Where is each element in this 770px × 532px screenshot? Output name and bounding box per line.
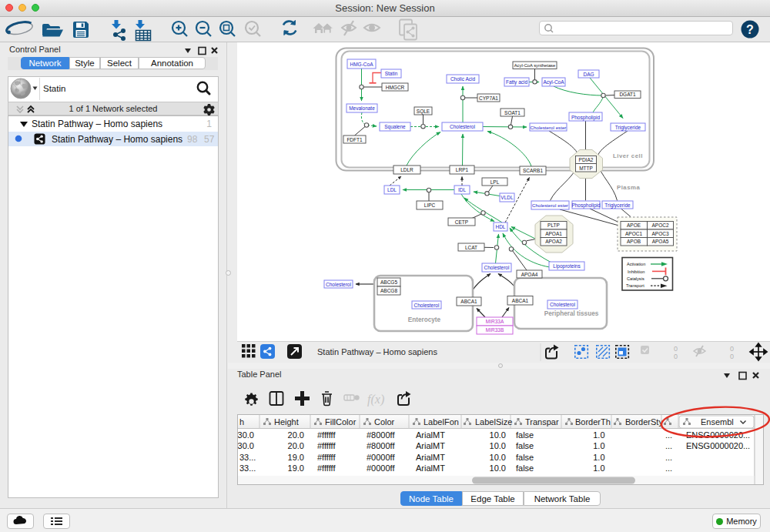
svg-text:APOA2: APOA2	[545, 239, 562, 244]
svg-text:false: false	[516, 430, 534, 440]
svg-text:DAG: DAG	[583, 72, 594, 77]
svg-text:33...: 33...	[239, 453, 256, 462]
svg-text:...: ...	[665, 430, 672, 440]
svg-text:ENSG0000020...: ENSG0000020...	[686, 430, 750, 440]
svg-text:FDFT1: FDFT1	[346, 137, 363, 142]
svg-text:FillColor: FillColor	[325, 417, 357, 427]
svg-text:LCAT: LCAT	[465, 245, 477, 250]
svg-text:LRP1: LRP1	[456, 167, 469, 172]
svg-text:false: false	[516, 441, 534, 450]
svg-text:Enterocyte: Enterocyte	[408, 316, 441, 323]
svg-text:#ffffff: #ffffff	[317, 463, 336, 473]
svg-text:19.0: 19.0	[288, 463, 304, 473]
svg-text:APOA5: APOA5	[652, 239, 669, 244]
svg-text:false: false	[516, 463, 534, 473]
svg-text:ABCA1: ABCA1	[460, 299, 477, 304]
svg-text:0: 0	[730, 345, 734, 353]
svg-text:false: false	[516, 453, 534, 462]
svg-text:APOA4: APOA4	[521, 272, 538, 277]
svg-text:Inhibition: Inhibition	[628, 269, 644, 274]
svg-text:...: ...	[665, 441, 672, 450]
svg-text:LabelFon: LabelFon	[424, 417, 459, 427]
svg-text:Transpar: Transpar	[525, 417, 559, 427]
svg-text:#8000ff: #8000ff	[367, 430, 395, 440]
svg-text:Phospholipid: Phospholipid	[571, 202, 601, 209]
svg-text:1.0: 1.0	[593, 463, 604, 473]
svg-text:Cholesterol: Cholesterol	[450, 124, 475, 129]
svg-text:HMG-CoA: HMG-CoA	[350, 62, 374, 67]
svg-text:SQLE: SQLE	[417, 109, 430, 115]
svg-text:ENSG0000020...: ENSG0000020...	[686, 441, 750, 450]
svg-text:Plasma: Plasma	[617, 184, 640, 191]
svg-text:LIPC: LIPC	[424, 202, 436, 208]
svg-text:ArialMT: ArialMT	[416, 453, 445, 462]
svg-text:BorderSty: BorderSty	[625, 417, 663, 427]
svg-text:30.0: 30.0	[238, 430, 254, 440]
svg-text:...: ...	[665, 453, 672, 462]
svg-text:Activation: Activation	[627, 262, 645, 266]
svg-text:Cholesterol: Cholesterol	[484, 265, 510, 270]
svg-text:Catalysis: Catalysis	[627, 276, 644, 281]
svg-text:CETP: CETP	[455, 219, 468, 225]
svg-text:PLTP: PLTP	[547, 223, 560, 228]
svg-text:1.0: 1.0	[593, 430, 604, 440]
svg-text:Lipoproteins: Lipoproteins	[553, 263, 581, 269]
svg-text:10.0: 10.0	[490, 441, 506, 450]
svg-text:Color: Color	[374, 417, 395, 427]
svg-text:ABCG8: ABCG8	[380, 288, 397, 293]
svg-text:?: ?	[746, 23, 754, 36]
svg-text:DGAT1: DGAT1	[619, 92, 636, 97]
svg-text:Mevalonate: Mevalonate	[349, 105, 375, 111]
svg-text:LPL: LPL	[490, 179, 500, 185]
svg-text:...: ...	[665, 463, 672, 473]
svg-text:Height: Height	[274, 417, 299, 427]
svg-text:MIR33A: MIR33A	[486, 319, 504, 324]
svg-text:#ffffff: #ffffff	[317, 453, 336, 462]
svg-text:APOE: APOE	[627, 223, 641, 228]
svg-text:SCARB1: SCARB1	[523, 168, 543, 173]
svg-text:0: 0	[730, 353, 734, 360]
svg-text:PDIA2: PDIA2	[579, 157, 594, 162]
svg-text:Ensembl: Ensembl	[701, 417, 734, 427]
svg-text:ArialMT: ArialMT	[416, 430, 445, 440]
svg-text:LDLR: LDLR	[400, 167, 413, 172]
svg-text:Cholic Acid: Cholic Acid	[450, 76, 476, 82]
svg-text:Cholesterol: Cholesterol	[550, 302, 575, 307]
svg-text:Statin Pathway – Homo sapiens: Statin Pathway – Homo sapiens	[317, 347, 437, 356]
svg-text:Cholesterol: Cholesterol	[414, 303, 440, 308]
svg-text:MTTP: MTTP	[579, 166, 593, 171]
svg-text:#0000ff: #0000ff	[367, 463, 395, 473]
svg-text:Statin: Statin	[385, 71, 398, 76]
svg-text:Squalene: Squalene	[384, 124, 406, 130]
svg-text:1.0: 1.0	[593, 453, 604, 462]
svg-text:19.0: 19.0	[288, 453, 304, 462]
svg-text:APOA1: APOA1	[545, 231, 562, 236]
svg-text:SOAT1: SOAT1	[504, 110, 521, 115]
svg-text:Statin: Statin	[43, 84, 65, 93]
svg-text:ABCA1: ABCA1	[512, 298, 529, 303]
svg-text:Transport: Transport	[626, 283, 644, 288]
svg-text:Triglyceride: Triglyceride	[604, 202, 631, 209]
svg-text:Cholesterol ester: Cholesterol ester	[531, 125, 567, 130]
svg-text:IDL: IDL	[458, 187, 467, 192]
svg-text:20.0: 20.0	[288, 430, 304, 440]
svg-text:10.0: 10.0	[490, 463, 506, 473]
svg-text:HMGCR: HMGCR	[386, 85, 405, 90]
svg-text:#ffffff: #ffffff	[317, 430, 336, 440]
svg-text:CYP7A1: CYP7A1	[479, 95, 498, 101]
svg-text:HDL: HDL	[495, 224, 505, 229]
svg-text:Fatty acid: Fatty acid	[506, 79, 528, 85]
svg-text:Cholesterol: Cholesterol	[326, 282, 351, 287]
svg-text:h: h	[239, 417, 244, 427]
svg-text:VLDL: VLDL	[500, 195, 514, 200]
svg-text:ArialMT: ArialMT	[416, 463, 445, 473]
svg-text:APOC2: APOC2	[651, 223, 668, 228]
svg-text:10.0: 10.0	[490, 430, 506, 440]
svg-text:10.0: 10.0	[490, 453, 506, 462]
svg-text:Triglyceride: Triglyceride	[615, 125, 641, 131]
svg-text:f(x): f(x)	[367, 393, 384, 407]
svg-text:LabelSize: LabelSize	[475, 417, 512, 427]
svg-text:BorderTh: BorderTh	[575, 417, 611, 427]
svg-text:Phospholipid: Phospholipid	[571, 115, 601, 121]
svg-text:Liver cell: Liver cell	[613, 152, 643, 159]
